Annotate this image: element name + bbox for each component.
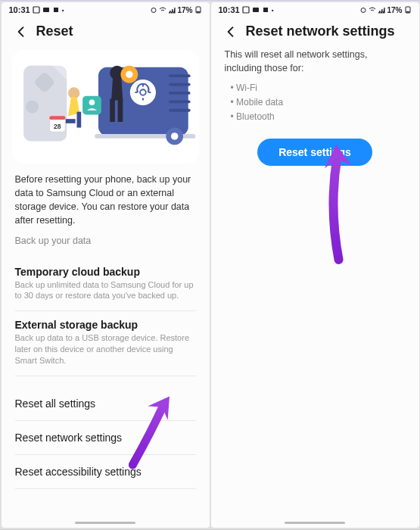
more-icon: • (62, 7, 64, 14)
card-icon (252, 6, 260, 14)
section-temporary-cloud-backup[interactable]: Temporary cloud backup Back up unlimited… (15, 258, 196, 312)
svg-point-8 (26, 100, 39, 113)
section-external-storage-backup[interactable]: External storage backup Back up data to … (15, 311, 196, 376)
item-reset-network-settings[interactable]: Reset network settings (15, 421, 196, 455)
battery-icon (194, 6, 202, 14)
svg-rect-33 (243, 7, 249, 13)
section-title: Temporary cloud backup (15, 266, 196, 278)
more-icon: • (272, 7, 274, 14)
svg-rect-2 (54, 8, 58, 12)
card-icon (42, 6, 50, 14)
bullet-wifi: Wi-Fi (231, 81, 406, 95)
section-title: External storage backup (15, 319, 196, 331)
svg-rect-1 (43, 8, 49, 12)
svg-point-24 (126, 71, 133, 79)
svg-point-36 (361, 8, 366, 13)
back-icon[interactable] (223, 24, 238, 39)
signal-icon (378, 6, 385, 14)
svg-rect-14 (169, 92, 191, 95)
svg-rect-15 (169, 100, 191, 103)
svg-rect-27 (76, 112, 81, 128)
reset-settings-button[interactable]: Reset settings (257, 139, 372, 166)
alarm-icon (359, 6, 367, 14)
svg-text:28: 28 (54, 123, 61, 130)
home-indicator[interactable] (285, 522, 345, 524)
bullet-list: Wi-Fi Mobile data Bluetooth (225, 81, 406, 125)
item-reset-all-settings[interactable]: Reset all settings (15, 387, 196, 421)
section-subtitle: Back up data to a USB storage device. Re… (15, 332, 196, 366)
reset-description: Before resetting your phone, back up you… (15, 173, 196, 228)
svg-rect-12 (169, 74, 191, 77)
svg-rect-13 (169, 83, 191, 86)
battery-percent: 17% (177, 6, 192, 14)
battery-percent: 17% (387, 6, 402, 14)
signal-icon (168, 6, 176, 14)
svg-rect-16 (169, 109, 191, 112)
home-indicator[interactable] (75, 522, 135, 524)
svg-rect-28 (82, 96, 101, 115)
item-reset-accessibility-settings[interactable]: Reset accessibility settings (15, 455, 196, 489)
bullet-bluetooth: Bluetooth (231, 110, 406, 124)
header: Reset network settings (211, 16, 419, 45)
wifi-icon (369, 6, 376, 14)
section-subtitle: Back up unlimited data to Samsung Cloud … (15, 279, 196, 302)
svg-rect-34 (253, 8, 259, 12)
header: Reset (2, 16, 210, 45)
gallery-icon (33, 6, 40, 14)
battery-icon (404, 6, 412, 14)
svg-point-3 (151, 8, 156, 13)
status-time: 10:31 (219, 5, 240, 14)
status-bar: 10:31 • 17% (211, 2, 419, 16)
svg-rect-38 (406, 11, 409, 13)
page-title: Reset (36, 23, 73, 39)
wifi-icon (159, 6, 166, 14)
page-title: Reset network settings (246, 23, 395, 39)
svg-rect-35 (263, 8, 268, 12)
info-text: This will reset all network settings, in… (225, 48, 406, 75)
status-bar: 10:31 • 17% (2, 2, 210, 16)
illustration-card: 28 (12, 50, 199, 164)
back-icon[interactable] (14, 24, 29, 39)
alarm-icon (150, 6, 157, 14)
svg-rect-21 (110, 99, 115, 122)
backup-link[interactable]: Back up your data (15, 235, 196, 246)
svg-rect-0 (33, 7, 39, 13)
bullet-mobile-data: Mobile data (231, 95, 406, 110)
phone-right-reset-network: 10:31 • 17% Reset network settings This … (211, 2, 419, 528)
svg-point-29 (89, 100, 95, 106)
phone-left-reset: 10:31 • 17% Reset (2, 2, 210, 528)
svg-point-19 (170, 132, 178, 140)
svg-rect-22 (117, 99, 123, 122)
app-icon (52, 6, 60, 14)
gallery-icon (242, 6, 250, 14)
app-icon (262, 6, 269, 14)
status-time: 10:31 (9, 5, 30, 14)
svg-rect-31 (49, 116, 65, 120)
svg-rect-5 (196, 11, 200, 13)
